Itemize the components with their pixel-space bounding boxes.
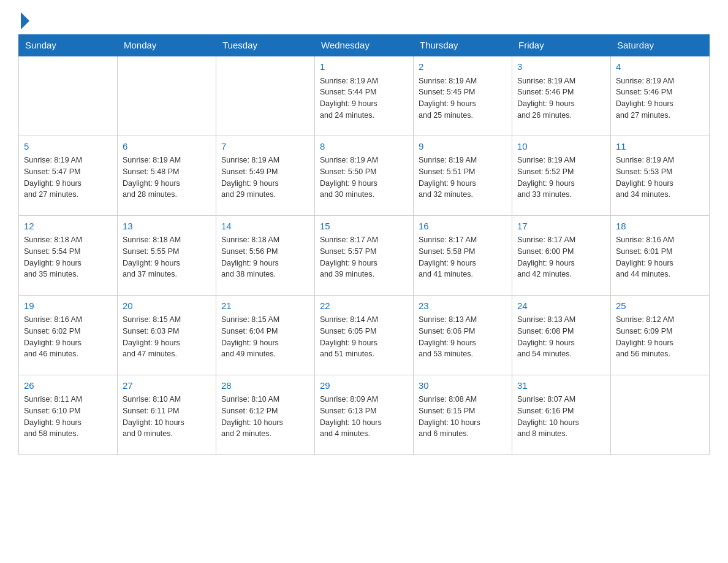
calendar-cell: 1Sunrise: 8:19 AM Sunset: 5:44 PM Daylig…	[315, 56, 414, 136]
calendar-cell: 24Sunrise: 8:13 AM Sunset: 6:08 PM Dayli…	[512, 295, 611, 375]
calendar-cell: 4Sunrise: 8:19 AM Sunset: 5:46 PM Daylig…	[611, 56, 710, 136]
day-info: Sunrise: 8:19 AM Sunset: 5:46 PM Dayligh…	[517, 75, 605, 121]
day-number: 1	[320, 60, 408, 74]
calendar-cell: 31Sunrise: 8:07 AM Sunset: 6:16 PM Dayli…	[512, 375, 611, 454]
day-number: 25	[616, 299, 704, 313]
day-info: Sunrise: 8:19 AM Sunset: 5:46 PM Dayligh…	[616, 75, 704, 121]
day-number: 7	[221, 140, 309, 154]
day-number: 27	[123, 379, 211, 393]
day-info: Sunrise: 8:17 AM Sunset: 6:00 PM Dayligh…	[517, 234, 605, 280]
day-number: 6	[123, 140, 211, 154]
calendar-weekday-sunday: Sunday	[19, 35, 118, 56]
day-info: Sunrise: 8:19 AM Sunset: 5:45 PM Dayligh…	[419, 75, 507, 121]
day-number: 2	[419, 60, 507, 74]
day-info: Sunrise: 8:13 AM Sunset: 6:06 PM Dayligh…	[419, 314, 507, 360]
calendar-cell: 20Sunrise: 8:15 AM Sunset: 6:03 PM Dayli…	[118, 295, 216, 375]
calendar-cell: 10Sunrise: 8:19 AM Sunset: 5:52 PM Dayli…	[512, 136, 611, 215]
calendar-cell: 27Sunrise: 8:10 AM Sunset: 6:11 PM Dayli…	[118, 375, 216, 454]
day-info: Sunrise: 8:17 AM Sunset: 5:57 PM Dayligh…	[320, 234, 408, 280]
day-number: 24	[517, 299, 605, 313]
day-info: Sunrise: 8:11 AM Sunset: 6:10 PM Dayligh…	[24, 394, 112, 440]
calendar-table: SundayMondayTuesdayWednesdayThursdayFrid…	[18, 34, 710, 455]
calendar-week-row: 19Sunrise: 8:16 AM Sunset: 6:02 PM Dayli…	[19, 295, 710, 375]
calendar-cell: 5Sunrise: 8:19 AM Sunset: 5:47 PM Daylig…	[19, 136, 118, 215]
calendar-cell: 6Sunrise: 8:19 AM Sunset: 5:48 PM Daylig…	[118, 136, 216, 215]
day-info: Sunrise: 8:10 AM Sunset: 6:12 PM Dayligh…	[221, 394, 309, 440]
calendar-cell	[611, 375, 710, 454]
calendar-cell: 11Sunrise: 8:19 AM Sunset: 5:53 PM Dayli…	[611, 136, 710, 215]
day-info: Sunrise: 8:13 AM Sunset: 6:08 PM Dayligh…	[517, 314, 605, 360]
day-number: 10	[517, 140, 605, 154]
logo	[18, 12, 29, 28]
day-number: 30	[419, 379, 507, 393]
day-number: 3	[517, 60, 605, 74]
day-number: 13	[123, 220, 211, 234]
calendar-cell: 7Sunrise: 8:19 AM Sunset: 5:49 PM Daylig…	[216, 136, 315, 215]
day-number: 31	[517, 379, 605, 393]
day-info: Sunrise: 8:07 AM Sunset: 6:16 PM Dayligh…	[517, 394, 605, 440]
calendar-cell: 2Sunrise: 8:19 AM Sunset: 5:45 PM Daylig…	[414, 56, 512, 136]
calendar-cell	[19, 56, 118, 136]
day-number: 17	[517, 220, 605, 234]
day-info: Sunrise: 8:18 AM Sunset: 5:56 PM Dayligh…	[221, 234, 309, 280]
day-number: 22	[320, 299, 408, 313]
calendar-weekday-monday: Monday	[118, 35, 216, 56]
calendar-cell: 25Sunrise: 8:12 AM Sunset: 6:09 PM Dayli…	[611, 295, 710, 375]
calendar-cell: 21Sunrise: 8:15 AM Sunset: 6:04 PM Dayli…	[216, 295, 315, 375]
calendar-cell: 30Sunrise: 8:08 AM Sunset: 6:15 PM Dayli…	[414, 375, 512, 454]
day-info: Sunrise: 8:09 AM Sunset: 6:13 PM Dayligh…	[320, 394, 408, 440]
logo-block	[18, 12, 29, 28]
logo-row	[18, 12, 29, 28]
day-number: 29	[320, 379, 408, 393]
calendar-cell: 16Sunrise: 8:17 AM Sunset: 5:58 PM Dayli…	[414, 215, 512, 295]
day-info: Sunrise: 8:18 AM Sunset: 5:54 PM Dayligh…	[24, 234, 112, 280]
day-number: 26	[24, 379, 112, 393]
calendar-cell: 22Sunrise: 8:14 AM Sunset: 6:05 PM Dayli…	[315, 295, 414, 375]
day-number: 11	[616, 140, 704, 154]
day-number: 19	[24, 299, 112, 313]
day-number: 4	[616, 60, 704, 74]
day-info: Sunrise: 8:19 AM Sunset: 5:52 PM Dayligh…	[517, 155, 605, 201]
calendar-weekday-tuesday: Tuesday	[216, 35, 315, 56]
calendar-cell: 3Sunrise: 8:19 AM Sunset: 5:46 PM Daylig…	[512, 56, 611, 136]
day-number: 23	[419, 299, 507, 313]
calendar-week-row: 26Sunrise: 8:11 AM Sunset: 6:10 PM Dayli…	[19, 375, 710, 454]
calendar-cell: 9Sunrise: 8:19 AM Sunset: 5:51 PM Daylig…	[414, 136, 512, 215]
day-info: Sunrise: 8:19 AM Sunset: 5:47 PM Dayligh…	[24, 155, 112, 201]
calendar-cell: 29Sunrise: 8:09 AM Sunset: 6:13 PM Dayli…	[315, 375, 414, 454]
day-info: Sunrise: 8:19 AM Sunset: 5:44 PM Dayligh…	[320, 75, 408, 121]
calendar-cell: 18Sunrise: 8:16 AM Sunset: 6:01 PM Dayli…	[611, 215, 710, 295]
calendar-cell: 28Sunrise: 8:10 AM Sunset: 6:12 PM Dayli…	[216, 375, 315, 454]
day-info: Sunrise: 8:15 AM Sunset: 6:04 PM Dayligh…	[221, 314, 309, 360]
day-info: Sunrise: 8:15 AM Sunset: 6:03 PM Dayligh…	[123, 314, 211, 360]
day-number: 20	[123, 299, 211, 313]
calendar-cell: 23Sunrise: 8:13 AM Sunset: 6:06 PM Dayli…	[414, 295, 512, 375]
calendar-header-row: SundayMondayTuesdayWednesdayThursdayFrid…	[19, 35, 710, 56]
day-info: Sunrise: 8:19 AM Sunset: 5:53 PM Dayligh…	[616, 155, 704, 201]
logo-triangle-icon	[21, 12, 29, 29]
calendar-cell: 14Sunrise: 8:18 AM Sunset: 5:56 PM Dayli…	[216, 215, 315, 295]
calendar-weekday-thursday: Thursday	[414, 35, 512, 56]
calendar-cell: 17Sunrise: 8:17 AM Sunset: 6:00 PM Dayli…	[512, 215, 611, 295]
calendar-week-row: 1Sunrise: 8:19 AM Sunset: 5:44 PM Daylig…	[19, 56, 710, 136]
day-number: 28	[221, 379, 309, 393]
calendar-week-row: 5Sunrise: 8:19 AM Sunset: 5:47 PM Daylig…	[19, 136, 710, 215]
day-info: Sunrise: 8:16 AM Sunset: 6:02 PM Dayligh…	[24, 314, 112, 360]
calendar-cell	[216, 56, 315, 136]
calendar-cell: 26Sunrise: 8:11 AM Sunset: 6:10 PM Dayli…	[19, 375, 118, 454]
day-number: 18	[616, 220, 704, 234]
calendar-week-row: 12Sunrise: 8:18 AM Sunset: 5:54 PM Dayli…	[19, 215, 710, 295]
calendar-cell: 19Sunrise: 8:16 AM Sunset: 6:02 PM Dayli…	[19, 295, 118, 375]
calendar-cell: 15Sunrise: 8:17 AM Sunset: 5:57 PM Dayli…	[315, 215, 414, 295]
day-info: Sunrise: 8:10 AM Sunset: 6:11 PM Dayligh…	[123, 394, 211, 440]
day-number: 8	[320, 140, 408, 154]
day-number: 21	[221, 299, 309, 313]
day-info: Sunrise: 8:19 AM Sunset: 5:51 PM Dayligh…	[419, 155, 507, 201]
day-info: Sunrise: 8:19 AM Sunset: 5:48 PM Dayligh…	[123, 155, 211, 201]
day-number: 5	[24, 140, 112, 154]
day-info: Sunrise: 8:14 AM Sunset: 6:05 PM Dayligh…	[320, 314, 408, 360]
calendar-weekday-friday: Friday	[512, 35, 611, 56]
day-info: Sunrise: 8:19 AM Sunset: 5:49 PM Dayligh…	[221, 155, 309, 201]
day-number: 14	[221, 220, 309, 234]
day-number: 15	[320, 220, 408, 234]
